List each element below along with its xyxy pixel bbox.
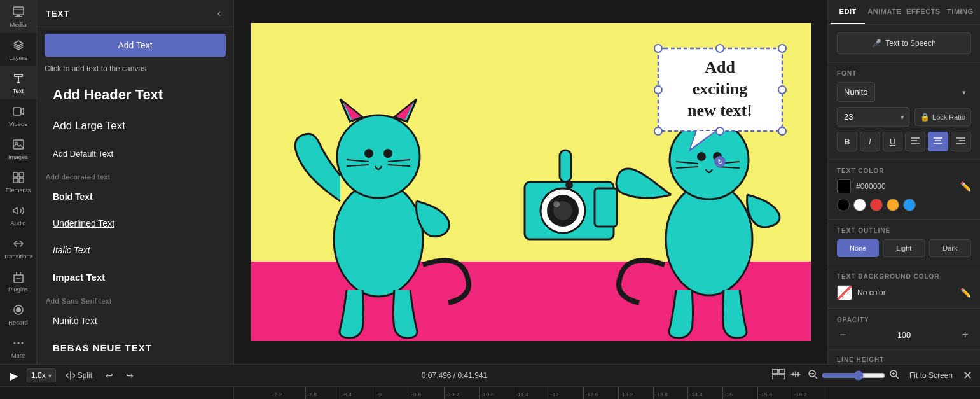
sidebar-item-media[interactable]: Media [0, 0, 36, 33]
sidebar-label-more: More [11, 352, 25, 359]
no-color-label: No color [857, 288, 955, 297]
format-row: B I U [837, 132, 971, 151]
text-color-section: TEXT COLOR #000000 ✏️ [828, 160, 980, 220]
add-text-hint: Click to add text to the canvas [45, 64, 226, 73]
ruler-marks: -7.2 -7.8 -8.4 -9 -9.6 -10.2 -10.8 -11.4… [271, 387, 827, 399]
text-panel: TEXT ‹ Add Text Click to add text to the… [37, 0, 234, 364]
bold-button[interactable]: B [837, 132, 857, 151]
sidebar-item-images[interactable]: Images [0, 132, 36, 165]
text-panel-body: Add Text Click to add text to the canvas… [37, 27, 233, 364]
sidebar-item-plugins[interactable]: Plugins [0, 265, 36, 298]
undo-button[interactable]: ↩ [102, 369, 116, 382]
speed-selector[interactable]: 1.0x ▾ [27, 368, 56, 382]
tab-edit[interactable]: EDIT [831, 0, 865, 24]
props-tabs: EDIT ANIMATE EFFECTS TIMING [828, 0, 980, 25]
tab-animate[interactable]: ANIMATE [865, 0, 904, 24]
sidebar-item-elements[interactable]: Elements [0, 165, 36, 199]
icon-sidebar: Media Layers Text [0, 0, 37, 364]
color-preset-red[interactable] [870, 199, 883, 211]
lock-ratio-button[interactable]: 🔒 Lock Ratio [914, 108, 971, 126]
edit-color-button[interactable]: ✏️ [960, 181, 971, 192]
lock-ratio-label: Lock Ratio [932, 113, 965, 121]
sidebar-label-text: Text [13, 87, 24, 94]
sidebar-item-more[interactable]: More [0, 331, 36, 364]
italic-button[interactable]: I [860, 132, 880, 151]
speed-chevron-icon: ▾ [48, 372, 52, 379]
add-header-text-option[interactable]: Add Header Text [45, 80, 226, 110]
sidebar-item-text[interactable]: Text [0, 66, 36, 99]
split-icon [66, 371, 75, 380]
no-color-icon[interactable] [837, 285, 852, 300]
zoom-in-button[interactable] [889, 369, 899, 382]
svg-text:new text!: new text! [687, 101, 752, 120]
redo-button[interactable]: ↪ [123, 369, 137, 382]
svg-rect-35 [595, 188, 617, 227]
svg-point-17 [334, 182, 423, 297]
color-preset-black[interactable] [837, 199, 850, 211]
color-preset-white[interactable] [853, 199, 866, 211]
bg-color-row: No color ✏️ [837, 285, 971, 300]
svg-rect-72 [772, 369, 778, 374]
text-outline-label: TEXT OUTLINE [837, 227, 971, 234]
sidebar-item-record[interactable]: Record [0, 298, 36, 331]
size-input-wrapper [837, 107, 909, 127]
sidebar-item-layers[interactable]: Layers [0, 33, 36, 66]
audio-tracks-button[interactable] [790, 369, 801, 382]
add-large-text-option[interactable]: Add Large Text [45, 113, 226, 139]
svg-rect-0 [13, 7, 24, 15]
sidebar-label-transitions: Transitions [3, 253, 32, 260]
play-button[interactable]: ▶ [8, 370, 20, 382]
font-dropdown[interactable]: Nunito Arial Lato [837, 82, 875, 102]
svg-point-55 [654, 127, 662, 135]
edit-bg-color-button[interactable]: ✏️ [960, 288, 971, 298]
elements-icon [11, 171, 25, 185]
opacity-decrease-button[interactable]: − [837, 328, 849, 342]
sidebar-item-transitions[interactable]: Transitions [0, 232, 36, 265]
split-button[interactable]: Split [62, 369, 96, 382]
underlined-text-option[interactable]: Underlined Text [45, 211, 226, 235]
svg-point-24 [383, 149, 392, 158]
ruler-row: -7.2 -7.8 -8.4 -9 -9.6 -10.2 -10.8 -11.4… [0, 386, 980, 399]
color-preset-yellow[interactable] [887, 199, 899, 211]
canvas-area[interactable]: Add exciting new text! ↻ [234, 0, 827, 364]
svg-point-53 [654, 86, 662, 94]
bebas-text-option[interactable]: BEBAS NEUE TEXT [45, 335, 226, 360]
split-tracks-button[interactable] [772, 369, 785, 382]
opacity-increase-button[interactable]: + [959, 328, 971, 342]
impact-text-option[interactable]: Impact Text [45, 265, 226, 290]
timeline-bar: ▶ 1.0x ▾ Split ↩ ↪ 0:07.496 / 0:41.941 F… [0, 364, 980, 386]
tab-timing[interactable]: TIMING [943, 0, 977, 24]
sidebar-item-audio[interactable]: Audio [0, 199, 36, 232]
collapse-panel-button[interactable]: ‹ [214, 6, 224, 20]
text-icon [11, 71, 25, 85]
font-size-input[interactable] [837, 107, 909, 127]
outline-light-button[interactable]: Light [883, 239, 925, 257]
tab-effects[interactable]: EFFECTS [904, 0, 943, 24]
svg-rect-4 [13, 140, 24, 149]
color-hex: #000000 [856, 182, 955, 191]
align-center-button[interactable] [928, 132, 948, 151]
sidebar-item-videos[interactable]: Videos [0, 99, 36, 132]
color-swatch[interactable] [837, 179, 851, 193]
canvas-image[interactable]: Add exciting new text! ↻ [251, 23, 811, 341]
zoom-slider[interactable] [822, 370, 885, 381]
close-button[interactable]: ✕ [963, 368, 972, 382]
align-right-button[interactable] [951, 132, 971, 151]
outline-none-button[interactable]: None [837, 239, 879, 257]
text-to-speech-button[interactable]: 🎤 Text to Speech [837, 32, 971, 54]
svg-rect-2 [15, 16, 22, 17]
color-preset-blue[interactable] [903, 199, 916, 211]
canvas-wrapper: Add exciting new text! ↻ [251, 23, 811, 341]
underline-button[interactable]: U [883, 132, 903, 151]
align-left-button[interactable] [905, 132, 925, 151]
bold-text-option[interactable]: Bold Text [45, 185, 226, 209]
ruler-mark: -7.8 [306, 387, 341, 399]
add-default-text-option[interactable]: Add Default Text [45, 142, 226, 165]
svg-point-12 [13, 342, 15, 344]
italic-text-option[interactable]: Italic Text [45, 238, 226, 262]
nunito-text-option[interactable]: Nunito Text [45, 309, 226, 333]
fit-to-screen-button[interactable]: Fit to Screen [906, 369, 956, 382]
add-text-button[interactable]: Add Text [45, 34, 226, 57]
zoom-out-button[interactable] [808, 369, 818, 382]
outline-dark-button[interactable]: Dark [929, 239, 971, 257]
